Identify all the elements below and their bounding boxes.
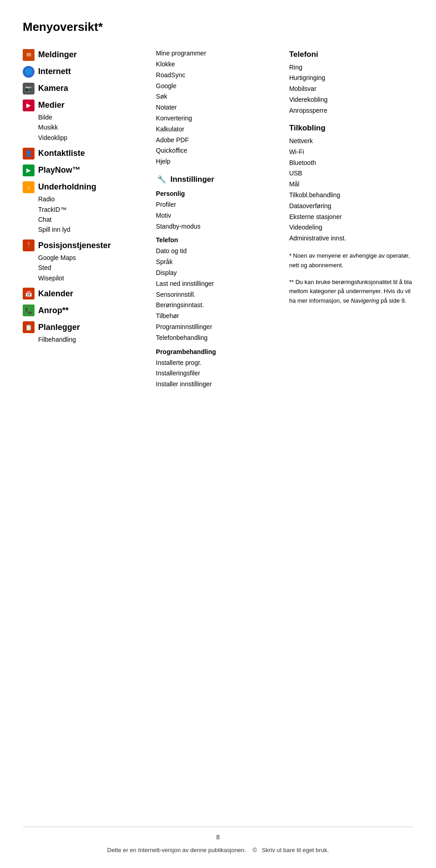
telefoni-item: Hurtigringing	[289, 73, 413, 84]
heading-medier: ▶Medier	[23, 99, 147, 111]
telefon-item: Tilbehør	[156, 311, 280, 322]
heading-text-kontaktliste: Kontaktliste	[38, 147, 85, 160]
tilkobling-item: Eksterne stasjoner	[289, 212, 413, 223]
telefon-item: Last ned innstillinger	[156, 279, 280, 289]
note1: * Noen av menyene er avhengige av operat…	[289, 251, 413, 270]
tilkobling-label: Tilkobling	[289, 122, 413, 134]
telefon-item: Sensorinnstill.	[156, 289, 280, 300]
tilkobling-list: NettverkWi-FiBluetoothUSBMålTilkobl.beha…	[289, 136, 413, 244]
sub-item: Filbehandling	[38, 334, 147, 344]
mine-programmer-item: RoadSync	[156, 70, 280, 81]
sub-item: Sted	[38, 263, 147, 273]
telefon-label: Telefon	[156, 235, 280, 245]
personlig-list: ProfilerMotivStandby-modus	[156, 200, 280, 232]
sub-item: TrackID™	[38, 205, 147, 215]
heading-text-planlegger: Planlegger	[38, 321, 80, 334]
main-columns: ✉Meldinger🌐Internett📷Kamera▶MedierBildeM…	[23, 49, 413, 390]
telefoni-item: Mobilsvar	[289, 84, 413, 95]
personlig-label: Personlig	[156, 189, 280, 199]
heading-text-kamera: Kamera	[38, 82, 68, 95]
mine-programmer-item: Søk	[156, 91, 280, 102]
tilkobling-item: USB	[289, 168, 413, 179]
heading-underholdning: ♪Underholdning	[23, 181, 147, 193]
column-2: Mine programmer KlokkeRoadSyncGoogleSøkN…	[156, 49, 289, 390]
innstillinger-section: 🔧 Innstillinger	[156, 174, 280, 185]
wrench-icon: 🔧	[156, 174, 168, 185]
globe-icon: 🌐	[23, 66, 35, 78]
heading-text-medier: Medier	[38, 99, 64, 111]
heading-kontaktliste: 👤Kontaktliste	[23, 147, 147, 160]
envelope-icon: ✉	[23, 49, 35, 61]
heading-text-anrop: Anrop**	[38, 304, 69, 317]
telefon-item: Display	[156, 268, 280, 279]
telefoni-label: Telefoni	[289, 49, 413, 60]
telefoni-item: Viderekobling	[289, 95, 413, 105]
note2: ** Du kan bruke berøringsfunksjonalitet …	[289, 278, 413, 306]
mine-programmer-item: Google	[156, 81, 280, 92]
tilkobling-item: Wi-Fi	[289, 147, 413, 158]
sub-item: Wisepilot	[38, 273, 147, 283]
page-content: Menyoversikt* ✉Meldinger🌐Internett📷Kamer…	[0, 0, 436, 426]
copyright-icon: ©	[253, 847, 257, 853]
heading-text-meldinger: Meldinger	[38, 49, 77, 61]
sub-item: Radio	[38, 194, 147, 204]
mine-programmer-item: Adobe PDF	[156, 135, 280, 146]
innstillinger-label: Innstillinger	[170, 174, 214, 185]
heading-text-internett: Internett	[38, 65, 71, 78]
tilkobling-item: Dataoverføring	[289, 201, 413, 212]
mine-programmer-item: Kalkulator	[156, 124, 280, 135]
footer-print: Skriv ut bare til eget bruk.	[262, 847, 329, 853]
playnow-icon: ▶	[23, 165, 35, 176]
telefon-item: Berøringsinntast.	[156, 300, 280, 311]
mine-programmer-item: Hjelp	[156, 156, 280, 167]
heading-kalender: 📅Kalender	[23, 288, 147, 300]
mine-programmer-item: Konvertering	[156, 113, 280, 124]
mine-programmer-heading: Mine programmer	[156, 49, 280, 58]
page-footer: 8 Dette er en Internett-versjon av denne…	[23, 827, 413, 855]
page-title: Menyoversikt*	[23, 18, 413, 36]
mine-programmer-item: Notater	[156, 102, 280, 113]
footer-text: Dette er en Internett-versjon av denne p…	[107, 847, 246, 853]
personlig-item: Motiv	[156, 210, 280, 221]
heading-anrop: 📞Anrop**	[23, 304, 147, 317]
heading-text-playnow: PlayNow™	[38, 164, 80, 176]
programbehandling-item: Installer innstillinger	[156, 379, 280, 390]
contacts-icon: 👤	[23, 148, 35, 160]
personlig-item: Profiler	[156, 200, 280, 210]
page-number: 8	[23, 833, 413, 842]
call-icon: 📞	[23, 304, 35, 316]
tilkobling-item: Bluetooth	[289, 158, 413, 169]
programbehandling-list: Installerte progr.InstalleringsfilerInst…	[156, 358, 280, 390]
sub-item: Videoklipp	[38, 133, 147, 143]
column-1: ✉Meldinger🌐Internett📷Kamera▶MedierBildeM…	[23, 49, 156, 344]
heading-planlegger: 📋Planlegger	[23, 321, 147, 334]
tilkobling-item: Videodeling	[289, 222, 413, 233]
telefoni-item: Ring	[289, 62, 413, 73]
mine-programmer-item: Quickoffice	[156, 145, 280, 156]
heading-meldinger: ✉Meldinger	[23, 49, 147, 61]
heading-text-kalender: Kalender	[38, 288, 73, 300]
heading-playnow: ▶PlayNow™	[23, 164, 147, 176]
mine-programmer-item: Klokke	[156, 59, 280, 70]
heading-kamera: 📷Kamera	[23, 82, 147, 95]
heading-internett: 🌐Internett	[23, 65, 147, 78]
mine-programmer-list: KlokkeRoadSyncGoogleSøkNotaterKonverteri…	[156, 59, 280, 167]
position-icon: 📍	[23, 239, 35, 251]
telefon-item: Dato og tid	[156, 246, 280, 257]
column-3: Telefoni RingHurtigringingMobilsvarVider…	[289, 49, 413, 306]
calendar-icon: 📅	[23, 288, 35, 299]
heading-text-underholdning: Underholdning	[38, 181, 96, 193]
sub-item: Spill inn lyd	[38, 224, 147, 234]
heading-text-posisjonstjenester: Posisjonstjenester	[38, 239, 111, 252]
programbehandling-label: Programbehandling	[156, 347, 280, 357]
sub-item: Bilde	[38, 112, 147, 122]
sub-item: Chat	[38, 215, 147, 224]
telefoni-list: RingHurtigringingMobilsvarViderekoblingA…	[289, 62, 413, 116]
telefon-item: Telefonbehandling	[156, 333, 280, 344]
tilkobling-item: Administrative innst.	[289, 233, 413, 244]
telefon-list: Dato og tidSpråkDisplayLast ned innstill…	[156, 246, 280, 343]
programbehandling-item: Installerte progr.	[156, 358, 280, 369]
heading-posisjonstjenester: 📍Posisjonstjenester	[23, 239, 147, 252]
media-icon: ▶	[23, 100, 35, 111]
planner-icon: 📋	[23, 321, 35, 333]
